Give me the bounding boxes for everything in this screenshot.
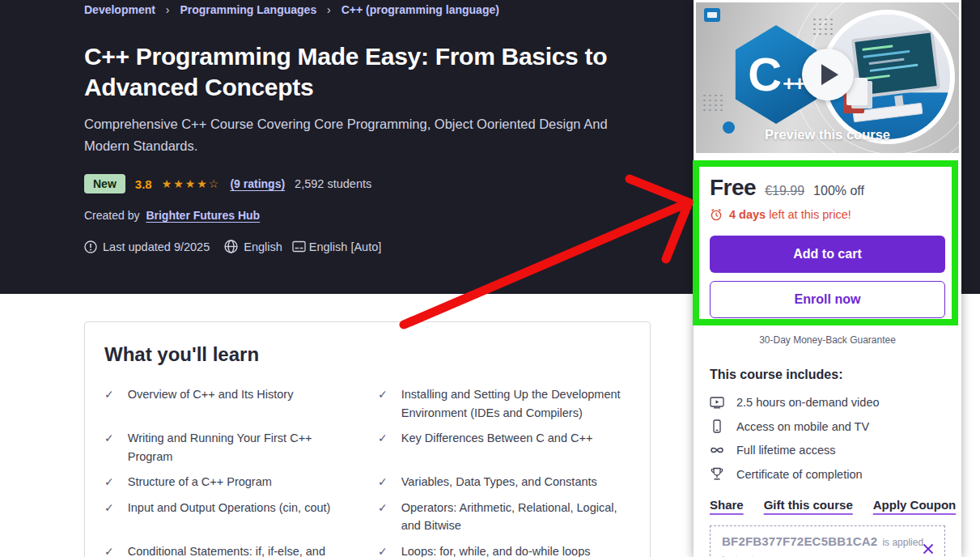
star-rating-icon: ★★★★☆ — [162, 177, 221, 190]
dots-decoration — [812, 17, 836, 36]
rating-row: New 3.8 ★★★★☆ (9 ratings) 2,592 students — [84, 174, 371, 193]
urgency-message: 4 days left at this price! — [710, 208, 945, 221]
trophy-icon — [710, 467, 724, 481]
created-by-row: Created by Brighter Futures Hub — [84, 209, 260, 222]
checkmark-icon: ✓ — [104, 385, 114, 422]
learn-item: ✓Overview of C++ and Its History — [104, 385, 357, 422]
cpp-logo-c: C — [748, 51, 782, 98]
enroll-now-button[interactable]: Enroll now — [710, 281, 945, 318]
learn-item-text: Key Differences Between C and C++ — [401, 429, 593, 466]
learn-item: ✓Input and Output Operations (cin, cout) — [104, 499, 357, 535]
learn-item: ✓Operators: Arithmetic, Relational, Logi… — [378, 499, 630, 535]
checkmark-icon: ✓ — [104, 542, 114, 557]
course-captions: English [Auto] — [292, 240, 381, 253]
coupon-line: BF2FB377F72EC5BB1CA2 is applied — [722, 534, 933, 548]
includes-item-text: Full lifetime access — [736, 444, 835, 457]
remove-coupon-icon[interactable] — [922, 542, 935, 555]
checkmark-icon: ✓ — [104, 429, 114, 466]
includes-item: Certificate of completion — [710, 467, 945, 481]
learn-item-text: Operators: Arithmetic, Relational, Logic… — [401, 499, 630, 535]
course-meta-row: Last updated 9/2025 English English [Aut… — [84, 240, 381, 253]
learn-grid: ✓Overview of C++ and Its History ✓Instal… — [104, 385, 630, 557]
purchase-sidebar-card: C ++ Preview this course Free €19.99 100… — [694, 0, 961, 557]
rating-value: 3.8 — [135, 177, 152, 191]
learn-item: ✓Conditional Statements: if, if-else, an… — [104, 542, 357, 557]
learn-item-text: Installing and Setting Up the Developmen… — [401, 385, 630, 422]
share-link[interactable]: Share — [710, 498, 744, 512]
captions-icon — [292, 240, 306, 253]
checkmark-icon: ✓ — [378, 473, 388, 491]
learn-item-text: Structure of a C++ Program — [128, 473, 272, 491]
learn-item: ✓Installing and Setting Up the Developme… — [378, 385, 630, 422]
last-updated-text: Last updated 9/2025 — [103, 240, 210, 253]
price-row: Free €19.99 100% off — [710, 175, 945, 201]
add-to-cart-button[interactable]: Add to cart — [710, 236, 945, 273]
page-title: C++ Programming Made Easy: From Basics t… — [84, 41, 643, 103]
checkmark-icon: ✓ — [104, 499, 114, 535]
learn-item-text: Overview of C++ and Its History — [128, 385, 294, 422]
checkmark-icon: ✓ — [378, 499, 388, 535]
stars-filled: ★★★★ — [162, 177, 209, 190]
what-youll-learn-panel: What you'll learn ✓Overview of C++ and I… — [84, 321, 651, 557]
course-subtitle: Comprehensive C++ Course Covering Core P… — [84, 113, 651, 157]
learn-item-text: Input and Output Operations (cin, cout) — [128, 499, 331, 535]
course-preview-video[interactable]: C ++ Preview this course — [696, 2, 959, 153]
last-updated: Last updated 9/2025 — [84, 240, 210, 253]
author-link[interactable]: Brighter Futures Hub — [146, 209, 260, 222]
captions-text: English [Auto] — [309, 240, 381, 253]
breadcrumb-cpp[interactable]: C++ (programming language) — [342, 3, 499, 16]
money-back-guarantee: 30-Day Money-Back Guarantee — [710, 334, 945, 346]
coupon-applied-text: is applied — [882, 537, 923, 548]
includes-item: Full lifetime access — [710, 444, 945, 457]
breadcrumb-separator-icon: › — [327, 3, 331, 16]
video-icon — [710, 397, 724, 409]
breadcrumb-separator-icon: › — [166, 3, 170, 16]
purchase-panel: Free €19.99 100% off 4 days left at this… — [694, 153, 961, 557]
course-includes-title: This course includes: — [710, 368, 945, 382]
thumbnail-logo-icon — [704, 8, 720, 22]
learn-item: ✓Loops: for, while, and do-while loops — [378, 542, 630, 557]
learn-item-text: Conditional Statements: if, if-else, and… — [128, 542, 357, 557]
discount-percent: 100% off — [813, 184, 864, 198]
learn-item-text: Loops: for, while, and do-while loops — [401, 542, 591, 557]
dots-decoration — [702, 93, 726, 114]
breadcrumb: Development › Programming Languages › C+… — [84, 3, 499, 16]
globe-icon — [224, 240, 238, 253]
mobile-icon — [710, 419, 724, 433]
urgency-days: 4 days — [729, 208, 766, 221]
learn-item: ✓Writing and Running Your First C++ Prog… — [104, 429, 357, 466]
urgency-rest: left at this price! — [769, 208, 851, 221]
infinity-icon — [710, 446, 724, 454]
play-icon — [821, 64, 838, 85]
students-count: 2,592 students — [295, 177, 371, 190]
course-includes-list: 2.5 hours on-demand video Access on mobi… — [710, 396, 945, 481]
learn-item-text: Variables, Data Types, and Constants — [401, 473, 597, 491]
learn-item: ✓Structure of a C++ Program — [104, 473, 357, 491]
alert-circle-icon — [84, 240, 97, 253]
urgency-text: 4 days left at this price! — [729, 208, 851, 221]
includes-item-text: Certificate of completion — [736, 468, 863, 481]
learn-item: ✓Key Differences Between C and C++ — [378, 429, 630, 466]
includes-item: Access on mobile and TV — [710, 419, 945, 433]
play-button[interactable] — [802, 49, 854, 100]
course-landing-page: { "header": { "breadcrumb": ["Developmen… — [0, 0, 980, 557]
course-language: English — [224, 240, 282, 253]
checkmark-icon: ✓ — [378, 385, 388, 422]
ratings-count-link[interactable]: (9 ratings) — [230, 177, 285, 190]
coupon-code: BF2FB377F72EC5BB1CA2 — [722, 534, 877, 548]
learn-title: What you'll learn — [104, 343, 630, 366]
apply-coupon-link[interactable]: Apply Coupon — [873, 498, 956, 512]
course-action-links: Share Gift this course Apply Coupon — [710, 498, 945, 512]
gift-course-link[interactable]: Gift this course — [764, 498, 853, 512]
current-price: Free — [710, 175, 756, 201]
breadcrumb-development[interactable]: Development — [84, 3, 155, 16]
language-text: English — [244, 240, 282, 253]
new-badge: New — [84, 174, 125, 193]
checkmark-icon: ✓ — [378, 542, 388, 557]
star-empty: ☆ — [209, 177, 221, 190]
applied-coupon-box: BF2FB377F72EC5BB1CA2 is applied Instruct… — [710, 525, 945, 557]
created-by-label: Created by — [84, 209, 139, 222]
alarm-clock-icon — [710, 208, 723, 221]
breadcrumb-programming-languages[interactable]: Programming Languages — [180, 3, 316, 16]
includes-item: 2.5 hours on-demand video — [710, 396, 945, 409]
